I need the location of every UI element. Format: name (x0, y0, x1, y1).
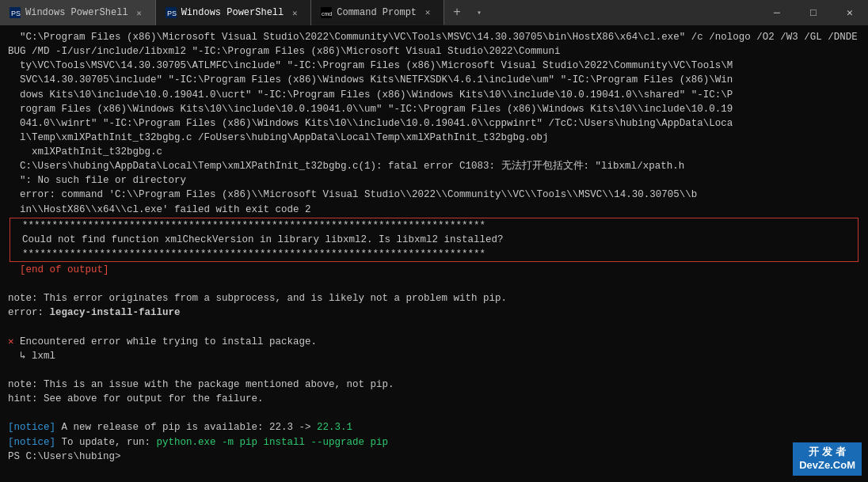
compile-command-line: "C:\Program Files (x86)\Microsoft Visual… (8, 30, 860, 59)
notice-update-line: [notice] To update, run: python.exe -m p… (8, 435, 860, 450)
fatal-error-line: C:\Users\hubing\AppData\Local\Temp\xmlXP… (8, 159, 860, 173)
compile-command-line7: l\Temp\xmlXPathInit_t32bgbg.c /FoUsers\h… (8, 131, 860, 145)
note-label: note (8, 293, 32, 304)
error-line: error: legacy-install-failure (8, 306, 860, 320)
highlighted-section: ****************************************… (8, 217, 860, 263)
powershell-icon: PS (10, 7, 21, 18)
note-label2: note (8, 379, 32, 390)
minimize-button[interactable]: ─ (759, 0, 795, 25)
new-pip-version: 22.3.1 (317, 422, 352, 433)
watermark: 开 发 者 DevZe.CoM (793, 442, 862, 476)
tab3-close[interactable]: ✕ (421, 6, 434, 19)
tab-cmd[interactable]: cmd Command Prompt ✕ (311, 0, 444, 25)
cmd-icon: cmd (321, 7, 332, 18)
tab-powershell-1[interactable]: PS Windows PowerShell ✕ (0, 0, 156, 25)
stars-line1: ****************************************… (10, 218, 858, 233)
pip-upgrade-cmd: python.exe -m pip install --upgrade pip (157, 437, 389, 448)
terminal-content: "C:\Program Files (x86)\Microsoft Visual… (0, 25, 868, 482)
svg-text:PS: PS (11, 9, 21, 17)
titlebar: PS Windows PowerShell ✕ PS Windows Power… (0, 0, 868, 25)
blank-line2 (8, 321, 860, 335)
no-such-file-line: ": No such file or directory (8, 173, 860, 188)
maximize-button[interactable]: □ (795, 0, 832, 25)
watermark-line2: DevZe.CoM (799, 459, 855, 473)
lxml-line: ↳ lxml (8, 349, 860, 363)
compile-command-line4: dows Kits\10\include\10.0.19041.0\ucrt" … (8, 88, 860, 102)
tab2-close[interactable]: ✕ (288, 6, 301, 19)
tab2-label: Windows PowerShell (181, 7, 284, 18)
compile-command-line6: 041.0\\winrt" "-IC:\Program Files (x86)\… (8, 116, 860, 131)
tab3-label: Command Prompt (337, 7, 417, 18)
close-button[interactable]: ✕ (832, 0, 868, 25)
error-value: legacy-install-failure (50, 307, 181, 318)
blank-line4 (8, 406, 860, 420)
libxml2-error-line: Could not find function xmlCheckVersion … (10, 233, 858, 247)
compile-command-line5: rogram Files (x86)\Windows Kits\10\\incl… (8, 102, 860, 116)
hint-label: hint (8, 393, 32, 404)
tab-dropdown-button[interactable]: ▾ (470, 0, 489, 25)
powershell-icon-2: PS (166, 7, 177, 18)
compile-command-line2: ty\VC\Tools\MSVC\14.30.30705\ATLMFC\incl… (8, 59, 860, 73)
notice-label: [notice] (8, 422, 55, 433)
new-tab-button[interactable]: + (444, 0, 470, 25)
ps-prompt-line: PS C:\Users\hubing> (8, 450, 860, 464)
tab1-close[interactable]: ✕ (133, 6, 146, 19)
note-pip-line: note: This is an issue with the package … (8, 378, 860, 392)
ps-prompt: PS C:\Users\hubing> (8, 451, 121, 462)
compile-command-line3: SVC\14.30.30705\include" "-IC:\Program F… (8, 73, 860, 87)
error-cmd-line2: in\\HostX86\\x64\\cl.exe' failed with ex… (8, 203, 860, 217)
svg-text:PS: PS (167, 9, 177, 17)
old-pip-version: 22.3 (269, 422, 293, 433)
stars-line2: ****************************************… (10, 247, 858, 261)
svg-text:cmd: cmd (322, 11, 332, 17)
error-label: error (8, 307, 38, 318)
hint-line: hint: See above for output for the failu… (8, 392, 860, 406)
note-line: note: This error originates from a subpr… (8, 291, 860, 306)
blank-line1 (8, 277, 860, 291)
notice-pip-line: [notice] A new release of pip is availab… (8, 420, 860, 435)
tab1-label: Windows PowerShell (25, 7, 128, 18)
file-name-line: xmlXPathInit_t32bgbg.c (8, 145, 860, 159)
watermark-line1: 开 发 者 (799, 446, 855, 459)
end-of-output-line: [end of output] (8, 263, 860, 277)
encountered-error-line: ✕ Encountered error while trying to inst… (8, 335, 860, 349)
notice-label2: [notice] (8, 437, 55, 448)
window-controls: ─ □ ✕ (759, 0, 868, 25)
error-cmd-line: error: command 'C:\\Program Files (x86)\… (8, 188, 860, 202)
blank-line3 (8, 363, 860, 378)
tab-powershell-2[interactable]: PS Windows PowerShell ✕ (156, 0, 312, 25)
